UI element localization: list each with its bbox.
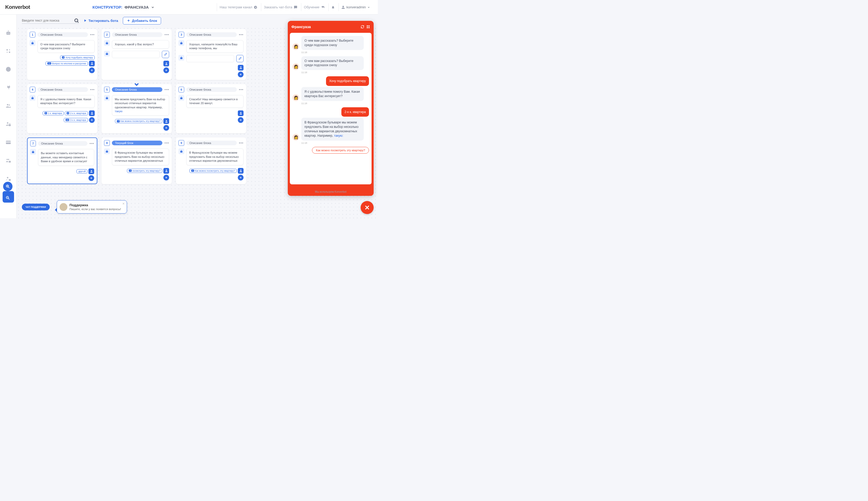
block-menu-button[interactable]: ••• <box>164 87 169 92</box>
add-option-button[interactable] <box>163 67 169 73</box>
option-chip[interactable]: 7Как можно посмотреть эту квартиру? <box>115 119 162 123</box>
robot-icon <box>178 95 184 101</box>
block-menu-button[interactable]: ••• <box>89 141 94 146</box>
block-message[interactable]: Хорошо, какой у Вас вопрос? <box>112 40 169 49</box>
block-6[interactable]: 6 Описание блока ••• Спасибо! Наш менедж… <box>176 84 246 134</box>
option-chip[interactable]: 7посмотреть эту квартиру? <box>127 169 162 173</box>
block-3[interactable]: 3 Описание блока ••• Хорошо, напишите по… <box>176 29 246 80</box>
add-option-button[interactable] <box>163 175 169 180</box>
chat-expand-button[interactable] <box>366 25 370 29</box>
block-message[interactable]: В Французском бульваре мы можем предложи… <box>186 148 243 165</box>
block-4[interactable]: 4 Описание блока ••• Я с удовольствием п… <box>27 84 97 134</box>
sidebar-stats-icon[interactable] <box>3 64 14 75</box>
telegram-link[interactable]: Наш телеграм канал <box>217 3 260 11</box>
block-input[interactable] <box>186 55 234 62</box>
bell-icon <box>331 6 335 9</box>
svg-rect-101 <box>106 151 108 152</box>
sidebar-bot-icon[interactable] <box>3 27 14 39</box>
search-button[interactable] <box>74 18 79 23</box>
test-bot-button[interactable]: Тестировать бота <box>84 19 118 23</box>
block-9[interactable]: 9 Описание блока ••• В Французском бульв… <box>176 138 246 184</box>
block-title[interactable]: Текущий блок <box>112 141 162 145</box>
block-title[interactable]: Описание блока <box>186 87 237 92</box>
block-message[interactable]: В Французском бульваре мы можем предложи… <box>112 148 169 165</box>
svg-point-52 <box>107 52 107 53</box>
block-message[interactable]: О чем вам рассказать? Выберите среди под… <box>37 40 95 53</box>
block-message[interactable]: Я с удовольствием помогу Вам. Какая квар… <box>37 95 95 108</box>
block-menu-button[interactable]: ••• <box>90 33 95 37</box>
sidebar-settings-icon[interactable] <box>3 45 14 57</box>
block-message[interactable]: Мы можем предложить Вам на выбор несколь… <box>112 95 169 116</box>
block-menu-button[interactable]: ••• <box>90 87 95 92</box>
block-message[interactable]: Хорошо, напишите пожалуйста Ваш номер те… <box>186 40 243 53</box>
block-7[interactable]: 7 Описание блока ••• Вы можете оставить … <box>27 138 97 184</box>
block-menu-button[interactable]: ••• <box>164 141 169 145</box>
block-title[interactable]: Описание блока <box>186 32 237 37</box>
block-title[interactable]: Описание блока <box>112 87 162 92</box>
block-menu-button[interactable]: ••• <box>239 141 243 145</box>
add-option-button[interactable] <box>238 117 243 123</box>
chat-suggestion-chip[interactable]: Как можно посмотреть эту квартиру? <box>312 147 369 153</box>
block-menu-button[interactable]: ••• <box>164 33 169 37</box>
user-menu[interactable]: konveradmin <box>339 3 373 11</box>
search-input[interactable] <box>22 18 74 23</box>
zoom-out-button[interactable] <box>3 193 12 203</box>
option-chip[interactable]: 82-х к. квартира <box>65 111 88 115</box>
chevron-down-icon[interactable] <box>151 6 155 9</box>
zoom-in-button[interactable] <box>3 182 12 191</box>
support-text: Пишите, если у вас появятся вопросы! <box>69 207 122 211</box>
option-chip[interactable]: другой <box>77 169 87 173</box>
support-chat-pill[interactable]: ЧАТ ПОДДЕРЖКИ <box>22 204 50 210</box>
sidebar-userslock-icon[interactable] <box>3 155 14 166</box>
block-input[interactable] <box>112 51 160 58</box>
plus-icon <box>127 19 130 22</box>
add-option-button[interactable] <box>88 175 94 181</box>
block-message[interactable]: Вы можете оставить контактные данные, на… <box>38 149 94 166</box>
chat-body[interactable]: 👩О чем вам рассказать? Выберите среди по… <box>290 33 372 184</box>
block-title[interactable]: Описание блока <box>37 87 88 92</box>
chat-refresh-button[interactable] <box>361 25 364 29</box>
sidebar-plugin-icon[interactable] <box>3 82 14 93</box>
chat-close-button[interactable] <box>361 201 374 214</box>
order-bot-link[interactable]: Заказать чат-бота <box>261 3 300 11</box>
header-title-wrap: КОНСТРУКТОР: ФРАНСУАЗА <box>30 5 217 9</box>
block-8[interactable]: 8 Текущий блок ••• В Французском бульвар… <box>101 138 172 184</box>
learn-link[interactable]: Обучение <box>301 3 327 11</box>
block-title[interactable]: Описание блока <box>112 32 162 37</box>
edit-button[interactable] <box>162 51 169 58</box>
block-title[interactable]: Описание блока <box>38 141 87 146</box>
svg-point-40 <box>91 62 92 63</box>
support-close-button[interactable]: ✕ <box>122 202 125 205</box>
user-icon <box>89 61 95 66</box>
add-option-button[interactable] <box>89 117 95 123</box>
add-block-button[interactable]: Добавить блок <box>123 17 161 24</box>
chat-timestamp: 11:18 <box>301 102 369 105</box>
block-message[interactable]: Спасибо! Наш менеджер свяжется в течение… <box>186 95 243 108</box>
option-chip[interactable]: 103-х к. квартира <box>64 118 88 122</box>
chat-timestamp: 11:18 <box>301 142 369 144</box>
sidebar-card-icon[interactable] <box>3 137 14 148</box>
chat-title: Франсуаза <box>292 25 359 29</box>
add-option-button[interactable] <box>163 125 169 131</box>
block-1[interactable]: 1 Описание блока ••• О чем вам рассказат… <box>27 29 97 80</box>
sidebar-userlock-icon[interactable] <box>3 118 14 130</box>
block-5[interactable]: 5 Описание блока ••• Мы можем предложить… <box>101 84 172 134</box>
block-title[interactable]: Описание блока <box>37 32 88 37</box>
sidebar-users-icon[interactable] <box>3 100 14 111</box>
add-option-button[interactable] <box>238 72 243 77</box>
block-2[interactable]: 2 Описание блока ••• Хорошо, какой у Вас… <box>101 29 172 80</box>
robot-icon <box>104 40 110 46</box>
option-chip[interactable]: 4Хочу подобрать квартиру <box>60 55 95 60</box>
option-chip[interactable]: 7Как можно посмотреть эту квартиру? <box>189 169 237 173</box>
add-option-button[interactable] <box>89 67 95 73</box>
block-title[interactable]: Описание блока <box>186 141 237 145</box>
bot-name[interactable]: ФРАНСУАЗА <box>124 5 149 9</box>
block-menu-button[interactable]: ••• <box>239 87 243 92</box>
notifications-button[interactable] <box>328 3 338 11</box>
edit-button[interactable] <box>236 55 243 62</box>
option-chip[interactable]: 11Вопрос по ипотеке и рассрочке <box>45 62 88 66</box>
option-chip[interactable]: 51 к. квартира <box>43 111 64 115</box>
add-option-button[interactable] <box>238 175 243 180</box>
search-icon <box>74 18 79 23</box>
block-menu-button[interactable]: ••• <box>239 33 243 37</box>
